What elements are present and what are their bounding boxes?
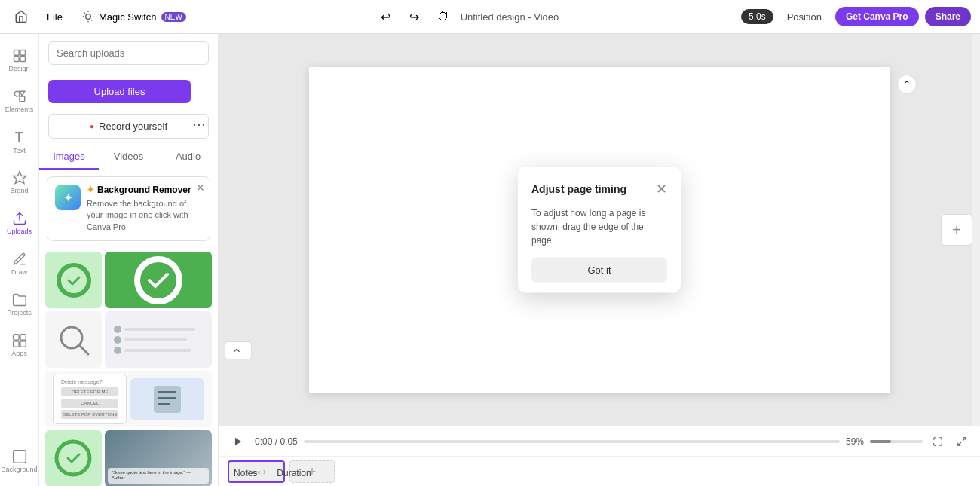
sidebar-uploads-label: Uploads [7, 228, 32, 235]
svg-marker-14 [13, 172, 26, 184]
get-canva-button[interactable]: Get Canva Pro [835, 7, 919, 26]
sidebar-item-brand[interactable]: Brand [5, 164, 35, 201]
sidebar-item-draw[interactable]: Draw [5, 245, 35, 283]
svg-point-29 [57, 442, 90, 475]
thumbnail-item[interactable] [45, 252, 102, 308]
sidebar-item-design[interactable]: Design [5, 41, 35, 79]
thumbnails-grid: Delete message? DELETE FOR ME CANCEL DEL… [39, 247, 218, 486]
svg-point-11 [14, 91, 20, 96]
timer-button[interactable]: ⏱ [432, 5, 455, 28]
svg-marker-30 [235, 437, 241, 445]
sidebar-text-label: Text [13, 147, 26, 154]
modal-header: Adjust page timing ✕ [531, 181, 667, 197]
modal-title: Adjust page timing [531, 183, 626, 195]
zoom-slider[interactable] [870, 440, 923, 443]
magic-switch-button[interactable]: Magic Switch NEW [76, 8, 192, 26]
tab-audio[interactable]: Audio [158, 145, 218, 170]
record-yourself-button[interactable]: ● Record yourself [48, 114, 209, 139]
svg-rect-18 [13, 341, 19, 347]
sidebar-design-label: Design [8, 65, 29, 72]
magic-badge: NEW [161, 12, 186, 22]
thumbnail-item[interactable] [45, 311, 102, 368]
notes-button[interactable]: Notes [228, 465, 263, 481]
svg-rect-8 [20, 50, 25, 56]
thumbnail-item[interactable]: Delete message? DELETE FOR ME CANCEL DEL… [45, 371, 212, 427]
sidebar-item-uploads[interactable]: Uploads [5, 204, 35, 242]
svg-rect-17 [20, 335, 26, 341]
more-options-button[interactable]: ⋯ [189, 113, 209, 136]
modal-body: To adjust how long a page is shown, drag… [531, 206, 667, 247]
thumbnail-item[interactable] [105, 252, 212, 308]
design-title: Untitled design - Video [461, 11, 559, 23]
undo-button[interactable]: ↩ [375, 5, 397, 28]
svg-rect-7 [14, 50, 19, 56]
position-button[interactable]: Position [779, 8, 829, 26]
tab-videos[interactable]: Videos [99, 145, 158, 170]
sidebar-item-elements[interactable]: Elements [5, 82, 35, 120]
duration-button[interactable]: Duration [271, 465, 317, 481]
expand-button[interactable] [953, 433, 971, 451]
share-button[interactable]: Share [925, 7, 971, 26]
record-icon: ● [90, 122, 94, 130]
svg-rect-9 [14, 57, 19, 62]
star-icon: ✦ [87, 185, 94, 195]
svg-point-21 [59, 265, 89, 295]
canvas-nav-up-button[interactable]: ⌃ [897, 75, 917, 94]
svg-line-4 [91, 20, 92, 20]
modal-close-button[interactable]: ✕ [656, 181, 667, 197]
bg-remover-banner: ✕ ✦ ✦ Background Remover Remove the back… [47, 176, 210, 241]
canvas-scrollbar[interactable] [972, 34, 980, 426]
sidebar-item-background[interactable]: Background [5, 442, 35, 480]
svg-line-31 [963, 437, 966, 440]
thumbnail-item[interactable] [105, 311, 212, 368]
play-button[interactable] [228, 431, 249, 452]
thumbnail-item[interactable]: "Some quote text here in the image." — A… [105, 430, 212, 486]
sidebar-projects-label: Projects [7, 309, 32, 316]
sidebar-brand-label: Brand [10, 187, 28, 194]
timeline-track[interactable] [304, 440, 840, 443]
duration-display[interactable]: 5.0s [741, 9, 773, 24]
svg-rect-25 [154, 386, 181, 413]
sidebar-background-label: Background [1, 466, 37, 473]
svg-marker-13 [20, 91, 25, 96]
svg-rect-20 [13, 451, 26, 463]
sidebar: Design Elements T Text Brand Uploads Dra… [0, 34, 39, 486]
sidebar-apps-label: Apps [11, 350, 27, 357]
tabs: Images Videos Audio [39, 145, 218, 170]
svg-rect-12 [20, 96, 25, 102]
svg-line-32 [958, 442, 961, 445]
magic-switch-label: Magic Switch [99, 11, 157, 23]
hide-pages-button[interactable] [225, 341, 252, 359]
panel-header [39, 34, 218, 69]
tab-images[interactable]: Images [39, 145, 99, 170]
home-button[interactable] [9, 5, 33, 29]
topbar: File Magic Switch NEW ↩ ↪ ⏱ Untitled des… [0, 0, 980, 34]
sidebar-draw-label: Draw [11, 268, 27, 276]
bg-remover-description: Remove the background of your image in o… [87, 198, 202, 233]
svg-line-24 [79, 345, 88, 354]
svg-rect-16 [13, 335, 19, 341]
svg-rect-10 [20, 57, 25, 62]
file-menu-button[interactable]: File [41, 8, 69, 26]
uploads-panel: Upload files ⋯ ● Record yourself Images … [39, 34, 219, 486]
upload-files-button[interactable]: Upload files [48, 80, 191, 103]
fit-button[interactable] [929, 433, 947, 451]
got-it-button[interactable]: Got it [531, 258, 667, 283]
svg-rect-19 [20, 341, 26, 347]
sidebar-item-apps[interactable]: Apps [5, 326, 35, 364]
sidebar-item-text[interactable]: T Text [5, 123, 35, 160]
bg-remover-icon: ✦ [55, 185, 81, 210]
bg-remover-close-button[interactable]: ✕ [196, 182, 205, 194]
svg-point-22 [137, 259, 179, 301]
thumbnail-item[interactable] [45, 430, 102, 486]
svg-point-0 [86, 14, 91, 20]
search-input[interactable] [48, 41, 209, 65]
bg-remover-title: ✦ Background Remover [87, 185, 202, 195]
zoom-display: 59% [846, 436, 864, 447]
add-page-button[interactable]: + [941, 214, 972, 246]
sidebar-item-projects[interactable]: Projects [5, 286, 35, 323]
redo-button[interactable]: ↪ [403, 5, 426, 28]
time-display: 0:00 / 0:05 [255, 436, 298, 447]
svg-line-3 [84, 13, 85, 14]
timeline-area: Page 1 5.0s + [219, 457, 980, 486]
